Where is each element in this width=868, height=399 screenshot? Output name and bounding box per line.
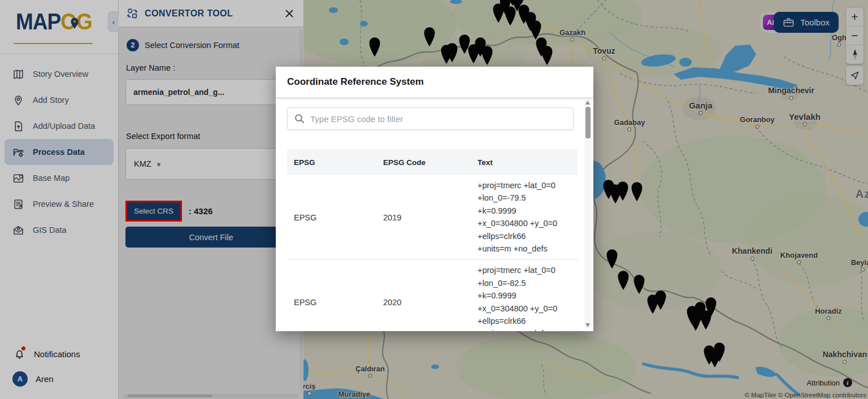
col-header-text: Text [478, 158, 574, 167]
search-icon [294, 114, 305, 124]
scrollbar-thumb[interactable] [585, 107, 591, 138]
epsg-filter-input[interactable] [310, 114, 566, 124]
cell-epsg-code: 2020 [383, 298, 471, 307]
app-window: MAPOG ‹ Story Overview Add Story Add/Upl… [0, 0, 868, 399]
crs-modal-header: Coordinate Reference System [276, 67, 593, 98]
crs-modal: Coordinate Reference System EPSG EPSG Co… [276, 67, 593, 331]
cell-epsg: EPSG [294, 213, 376, 222]
crs-modal-title: Coordinate Reference System [287, 76, 424, 88]
cell-epsg-code: 2019 [383, 213, 471, 222]
cell-epsg: EPSG [294, 298, 376, 307]
cell-proj-text: +proj=tmerc +lat_0=0 +lon_0=-82.5 +k=0.9… [478, 260, 575, 331]
scroll-down-arrow[interactable] [585, 323, 590, 327]
crs-table-row[interactable]: EPSG 2019 +proj=tmerc +lat_0=0 +lon_0=-7… [287, 175, 578, 260]
cell-proj-text: +proj=tmerc +lat_0=0 +lon_0=-79.5 +k=0.9… [478, 175, 575, 259]
crs-search-box [287, 107, 574, 130]
crs-table-header: EPSG EPSG Code Text [287, 149, 578, 175]
crs-table: EPSG EPSG Code Text EPSG 2019 +proj=tmer… [287, 149, 578, 331]
col-header-epsg-code: EPSG Code [383, 158, 471, 167]
col-header-epsg: EPSG [294, 158, 376, 167]
crs-table-row[interactable]: EPSG 2020 +proj=tmerc +lat_0=0 +lon_0=-8… [287, 260, 578, 331]
modal-scrollbar[interactable] [584, 99, 592, 328]
scroll-up-arrow[interactable] [585, 101, 590, 105]
